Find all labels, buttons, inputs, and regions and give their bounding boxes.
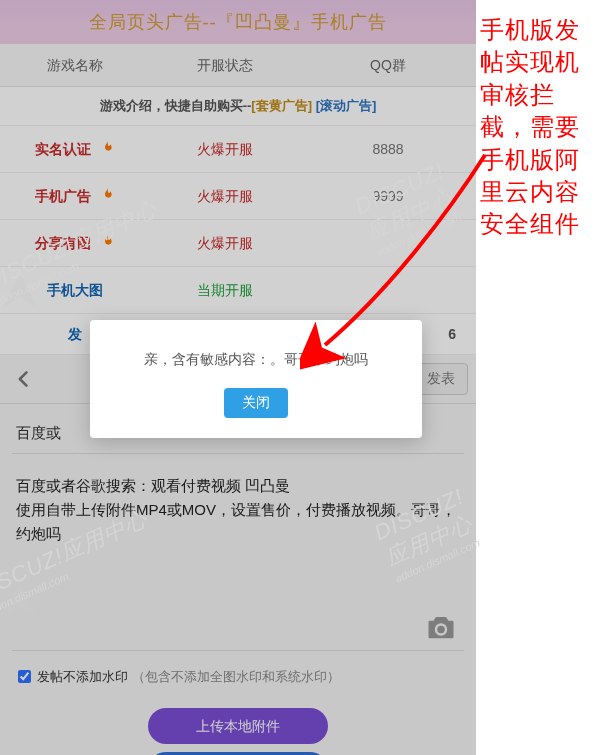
banner-text: 全局页头广告--『凹凸曼』手机广告 — [89, 12, 388, 32]
back-button[interactable] — [0, 355, 48, 403]
col-qq: QQ群 — [300, 44, 476, 86]
row-qq: 9999 — [300, 173, 476, 219]
fire-icon — [99, 222, 115, 238]
modal-text: 亲，含有敏感内容：。哥哥，约炮吗 — [106, 348, 406, 370]
intro-line: 游戏介绍，快捷自助购买--[套黄广告] [滚动广告] — [0, 87, 476, 126]
row-status: 火爆开服 — [150, 126, 300, 172]
row-name: 手机大图 — [0, 267, 150, 313]
fire-icon — [99, 128, 115, 144]
body-input[interactable]: 百度或者谷歌搜索：观看付费视频 凹凸曼 使用自带上传附件MP4或MOV，设置售价… — [16, 474, 460, 584]
row-name: 分享有图 — [35, 235, 91, 251]
attach-bar — [0, 584, 476, 650]
row-qq — [300, 220, 476, 266]
title-text: 百度或 — [16, 424, 61, 441]
row-qq — [300, 267, 476, 313]
camera-icon[interactable] — [426, 614, 456, 640]
fire-icon — [99, 175, 115, 191]
watermark-hint: （包含不添加全图水印和系统水印） — [132, 668, 340, 686]
top-banner: 全局页头广告--『凹凸曼』手机广告 — [0, 0, 476, 44]
table-row[interactable]: 分享有图 火爆开服 — [0, 220, 476, 267]
intro-prefix: 游戏介绍，快捷自助购买-- — [100, 98, 252, 113]
intro-tag-2[interactable]: [滚动广告] — [316, 98, 377, 113]
table-row[interactable]: 实名认证 火爆开服 8888 — [0, 126, 476, 173]
row-name: 手机广告 — [35, 188, 91, 204]
col-status: 开服状态 — [150, 44, 300, 86]
body-text: 百度或者谷歌搜索：观看付费视频 凹凸曼 使用自带上传附件MP4或MOV，设置售价… — [16, 477, 456, 542]
divider — [12, 650, 464, 651]
watermark-option[interactable]: 发帖不添加水印 （包含不添加全图水印和系统水印） — [0, 663, 476, 700]
row-status: 火爆开服 — [150, 173, 300, 219]
upload-attach-button[interactable]: 上传本地附件 — [148, 708, 328, 744]
alert-modal: 亲，含有敏感内容：。哥哥，约炮吗 关闭 — [90, 320, 422, 438]
table-row[interactable]: 手机大图 当期开服 — [0, 267, 476, 314]
row-name: 实名认证 — [35, 141, 91, 157]
watermark-checkbox[interactable] — [18, 670, 31, 683]
phone-screen: 全局页头广告--『凹凸曼』手机广告 游戏名称 开服状态 QQ群 游戏介绍，快捷自… — [0, 0, 476, 755]
publish-button[interactable]: 发表 — [414, 363, 468, 395]
intro-tag-1[interactable]: [套黄广告] — [251, 98, 312, 113]
table-header: 游戏名称 开服状态 QQ群 — [0, 44, 476, 87]
row-qq: 8888 — [300, 126, 476, 172]
col-name: 游戏名称 — [0, 44, 150, 86]
watermark-label: 发帖不添加水印 — [37, 668, 128, 686]
modal-close-button[interactable]: 关闭 — [224, 388, 288, 418]
annotation-text: 手机版发帖实现机审核拦截，需要手机版阿里云内容安全组件 — [480, 14, 590, 241]
row-status: 火爆开服 — [150, 220, 300, 266]
row-status: 当期开服 — [150, 267, 300, 313]
table-row[interactable]: 手机广告 火爆开服 9999 — [0, 173, 476, 220]
